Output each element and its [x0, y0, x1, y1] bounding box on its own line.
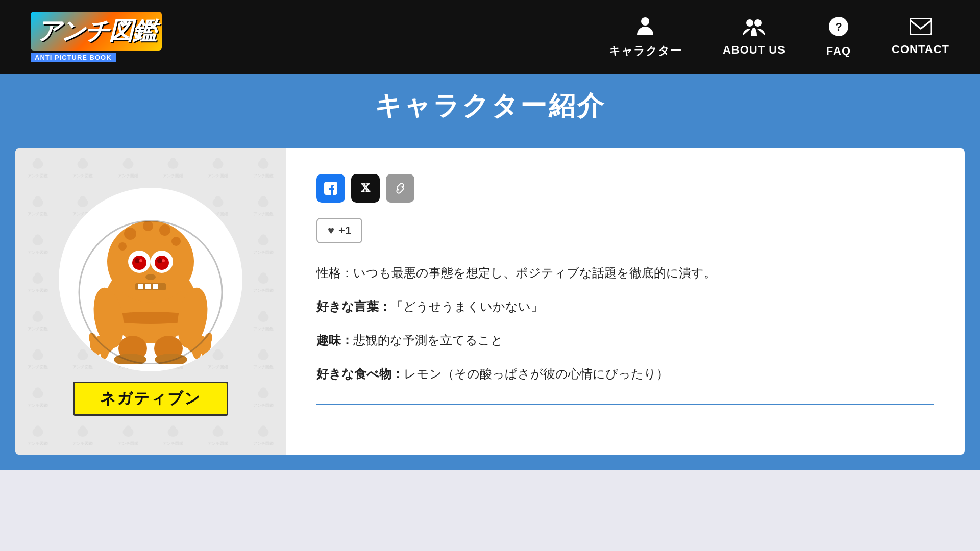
svg-point-53: [260, 272, 266, 278]
site-header: アンチ図鑑 ANTI PICTURE BOOK キャラクター ABOUT US: [0, 0, 980, 74]
svg-point-118: [145, 274, 156, 280]
watermark-item: アンチ図鑑: [241, 225, 286, 263]
svg-rect-121: [145, 284, 151, 289]
svg-point-0: [641, 17, 649, 26]
logo-subtitle: ANTI PICTURE BOOK: [31, 53, 116, 62]
watermark-item: アンチ図鑑: [241, 148, 286, 187]
character-illustration: [74, 195, 227, 364]
watermark-item: アンチ図鑑: [241, 263, 286, 302]
character-info: 性格：いつも最悪の事態を想定し、ポジティブな話題を徹底的に潰す。 好きな言葉：「…: [316, 264, 934, 405]
info-divider: [316, 404, 934, 405]
svg-point-101: [260, 425, 266, 431]
watermark-item: アンチ図鑑: [106, 148, 151, 187]
svg-point-99: [215, 425, 221, 431]
svg-point-21: [80, 196, 86, 202]
watermark-item: アンチ図鑑: [15, 148, 60, 187]
nav-faq-label: FAQ: [826, 44, 851, 58]
watermark-item: アンチ図鑑: [241, 302, 286, 340]
watermark-item: アンチ図鑑: [241, 187, 286, 225]
svg-point-19: [35, 196, 41, 202]
watermark-item: アンチ図鑑: [241, 416, 286, 455]
svg-point-2: [754, 19, 762, 27]
watermark-item: アンチ図鑑: [15, 187, 60, 225]
svg-point-15: [215, 158, 221, 163]
watermark-item: アンチ図鑑: [15, 225, 60, 263]
logo-text: アンチ図鑑: [37, 15, 156, 47]
favorite-word-row: 好きな言葉：「どうせうまくいかない」: [316, 297, 934, 316]
svg-point-41: [260, 234, 266, 240]
nav-characters[interactable]: キャラクター: [609, 15, 682, 59]
svg-point-117: [162, 259, 165, 262]
svg-point-13: [170, 158, 176, 163]
svg-point-1: [746, 19, 753, 27]
svg-point-69: [80, 349, 86, 355]
svg-rect-5: [910, 18, 932, 35]
contact-icon: [910, 18, 932, 40]
svg-point-7: [35, 158, 41, 163]
svg-point-77: [260, 349, 266, 355]
svg-rect-122: [153, 284, 158, 289]
character-left-panel: // will be populated inline アンチ図鑑 アンチ図鑑 …: [15, 148, 286, 455]
hobby-row: 趣味：悲観的な予測を立てること: [316, 331, 934, 349]
svg-point-89: [260, 387, 266, 393]
watermark-item: アンチ図鑑: [106, 416, 151, 455]
character-right-panel: 𝕏 ♥ +1 性格：いつも最悪の事態を想定し、ポジティブな話題を徹底的に潰す。: [286, 148, 965, 455]
svg-point-105: [124, 228, 136, 240]
watermark-item: アンチ図鑑: [151, 148, 195, 187]
characters-icon: [635, 15, 655, 40]
watermark-item: アンチ図鑑: [241, 340, 286, 378]
like-button[interactable]: ♥ +1: [316, 218, 362, 243]
nav-contact-label: CONTACT: [892, 43, 949, 56]
svg-point-27: [215, 196, 221, 202]
watermark-item: アンチ図鑑: [15, 263, 60, 302]
svg-point-29: [260, 196, 266, 202]
like-count: +1: [338, 224, 351, 237]
nav-contact[interactable]: CONTACT: [892, 18, 949, 56]
svg-point-67: [35, 349, 41, 355]
svg-point-108: [172, 237, 181, 246]
watermark-item: アンチ図鑑: [60, 148, 105, 187]
twitter-icon: 𝕏: [361, 182, 370, 195]
facebook-share-button[interactable]: [316, 174, 345, 203]
watermark-item: アンチ図鑑: [195, 416, 240, 455]
watermark-item: アンチ図鑑: [195, 148, 240, 187]
watermark-item: アンチ図鑑: [241, 378, 286, 416]
svg-point-91: [35, 425, 41, 431]
nav-faq[interactable]: ? FAQ: [826, 16, 851, 58]
copy-link-button[interactable]: [386, 174, 414, 203]
watermark-item: アンチ図鑑: [15, 378, 60, 416]
character-name-badge: ネガティブン: [73, 382, 228, 416]
heart-icon: ♥: [328, 224, 334, 237]
svg-point-11: [125, 158, 131, 163]
svg-point-113: [155, 256, 169, 270]
main-nav: キャラクター ABOUT US ? FAQ: [609, 15, 949, 59]
nav-characters-label: キャラクター: [609, 43, 682, 59]
svg-point-93: [80, 425, 86, 431]
page-banner: キャラクター紹介: [0, 74, 980, 138]
twitter-share-button[interactable]: 𝕏: [351, 174, 380, 203]
svg-text:?: ?: [835, 20, 842, 33]
svg-point-43: [35, 272, 41, 278]
main-content: // will be populated inline アンチ図鑑 アンチ図鑑 …: [0, 138, 980, 470]
facebook-icon: [324, 182, 337, 195]
svg-point-107: [159, 224, 170, 236]
link-icon: [394, 182, 407, 195]
svg-point-112: [132, 256, 146, 270]
svg-point-17: [260, 158, 266, 163]
nav-about-us[interactable]: ABOUT US: [723, 17, 786, 57]
logo-box[interactable]: アンチ図鑑: [31, 12, 162, 51]
watermark-item: アンチ図鑑: [15, 340, 60, 378]
favorite-food-row: 好きな食べ物：レモン（その酸っぱさが彼の心情にぴったり）: [316, 365, 934, 383]
svg-point-109: [118, 242, 127, 251]
svg-point-65: [260, 311, 266, 316]
svg-point-116: [139, 259, 142, 262]
personality-row: 性格：いつも最悪の事態を想定し、ポジティブな話題を徹底的に潰す。: [316, 264, 934, 282]
watermark-item: アンチ図鑑: [15, 302, 60, 340]
content-card: // will be populated inline アンチ図鑑 アンチ図鑑 …: [15, 148, 965, 455]
svg-point-79: [35, 387, 41, 393]
character-circle: [59, 188, 242, 371]
svg-rect-120: [138, 284, 143, 289]
svg-point-97: [170, 425, 176, 431]
about-us-icon: [743, 17, 765, 40]
nav-about-us-label: ABOUT US: [723, 43, 786, 57]
